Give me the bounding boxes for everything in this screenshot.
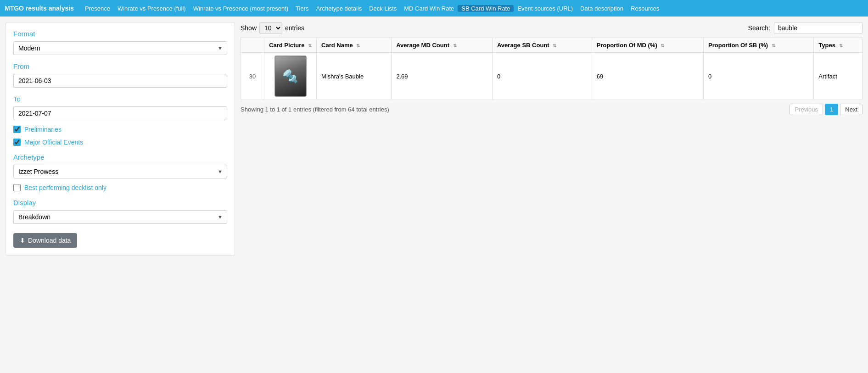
format-label: Format [13, 30, 227, 38]
col-header-prop-sb[interactable]: Proportion Of SB (%) ⇅ [704, 38, 814, 53]
display-select-wrapper: Breakdown [13, 210, 227, 224]
nav-event-sources[interactable]: Event sources (URL) [514, 5, 577, 12]
entries-label: entries [285, 24, 304, 32]
best-performing-checkbox[interactable] [13, 184, 21, 191]
table-controls-top: Show 10 entries Search: [241, 22, 862, 34]
nav-sb-card-win-rate[interactable]: SB Card Win Rate [458, 5, 514, 12]
table-footer: Showing 1 to 1 of 1 entries (filtered fr… [241, 104, 862, 115]
nav-presence[interactable]: Presence [81, 5, 114, 12]
show-select[interactable]: 10 [259, 22, 282, 34]
card-name-cell: Mishra's Bauble [317, 53, 392, 100]
next-button[interactable]: Next [840, 104, 862, 115]
download-icon: ⬇ [20, 237, 25, 244]
major-events-checkbox[interactable] [13, 139, 21, 146]
best-performing-row: Best performing decklist only [13, 184, 227, 191]
card-image: 🔩 [274, 56, 307, 97]
preliminaries-label: Preliminaries [24, 126, 62, 133]
major-events-label: Major Official Events [24, 139, 83, 146]
nav-resources[interactable]: Resources [627, 5, 663, 12]
archetype-select-wrapper: Izzet Prowess [13, 165, 227, 178]
download-button[interactable]: ⬇ Download data [13, 233, 77, 248]
download-label: Download data [28, 237, 71, 244]
showing-text: Showing 1 to 1 of 1 entries (filtered fr… [241, 106, 389, 113]
page-1-button[interactable]: 1 [825, 104, 838, 115]
nav-deck-lists[interactable]: Deck Lists [365, 5, 400, 12]
col-header-prop-md[interactable]: Proportion Of MD (%) ⇅ [592, 38, 703, 53]
prop-sb-cell: 0 [704, 53, 814, 100]
pagination: Previous 1 Next [790, 104, 862, 115]
preliminaries-row: Preliminaries [13, 126, 227, 133]
sort-arrows-prop-md: ⇅ [661, 43, 664, 48]
search-input[interactable] [774, 22, 862, 34]
sort-arrows-avg-sb: ⇅ [553, 43, 556, 48]
types-cell: Artifact [814, 53, 862, 100]
content-area: Show 10 entries Search: Card Picture ⇅ [241, 22, 862, 256]
col-header-row-num [241, 38, 264, 53]
card-image-cell: 🔩 [264, 53, 317, 100]
format-select-wrapper: Modern [13, 41, 227, 55]
preliminaries-checkbox[interactable] [13, 126, 21, 133]
format-select[interactable]: Modern [13, 41, 227, 55]
prop-md-cell: 69 [592, 53, 703, 100]
archetype-select[interactable]: Izzet Prowess [13, 165, 227, 178]
major-events-row: Major Official Events [13, 139, 227, 146]
nav-winrate-most[interactable]: Winrate vs Presence (most present) [190, 5, 292, 12]
sort-arrows-types: ⇅ [839, 43, 843, 48]
sort-arrows-prop-sb: ⇅ [772, 43, 775, 48]
sort-arrows-avg-md: ⇅ [453, 43, 457, 48]
table-row: 30 🔩 Mishra's Bauble 2.69 0 69 0 Artifac… [241, 53, 862, 100]
col-header-card-name[interactable]: Card Name ⇅ [317, 38, 392, 53]
nav-archetype-details[interactable]: Archetype details [312, 5, 365, 12]
nav-data-description[interactable]: Data description [577, 5, 627, 12]
sort-arrows-card-name: ⇅ [356, 43, 360, 48]
avg-md-count-cell: 2.69 [392, 53, 493, 100]
avg-sb-count-cell: 0 [492, 53, 592, 100]
show-entries: Show 10 entries [241, 22, 304, 34]
card-placeholder-icon: 🔩 [282, 69, 298, 84]
previous-button[interactable]: Previous [790, 104, 823, 115]
data-table: Card Picture ⇅ Card Name ⇅ Average MD Co… [241, 38, 862, 100]
archetype-label: Archetype [13, 153, 227, 161]
search-box: Search: [748, 22, 862, 34]
col-header-card-picture[interactable]: Card Picture ⇅ [264, 38, 317, 53]
col-header-avg-md[interactable]: Average MD Count ⇅ [392, 38, 493, 53]
search-label: Search: [748, 24, 770, 32]
nav-tiers[interactable]: Tiers [292, 5, 312, 12]
sidebar: Format Modern From To Preliminaries Majo… [6, 22, 235, 256]
from-input[interactable] [13, 74, 227, 88]
to-input[interactable] [13, 106, 227, 120]
col-header-avg-sb[interactable]: Average SB Count ⇅ [492, 38, 592, 53]
best-performing-label: Best performing decklist only [24, 184, 106, 191]
nav-winrate-full[interactable]: Winrate vs Presence (full) [114, 5, 190, 12]
display-label: Display [13, 199, 227, 206]
app-brand: MTGO results analysis [5, 5, 74, 12]
display-select[interactable]: Breakdown [13, 210, 227, 224]
show-label: Show [241, 24, 257, 32]
col-header-types[interactable]: Types ⇅ [814, 38, 862, 53]
from-label: From [13, 62, 227, 70]
sort-arrows-card-picture: ⇅ [308, 43, 312, 48]
to-label: To [13, 95, 227, 103]
row-number: 30 [241, 53, 264, 100]
nav-md-card-win-rate[interactable]: MD Card Win Rate [400, 5, 458, 12]
